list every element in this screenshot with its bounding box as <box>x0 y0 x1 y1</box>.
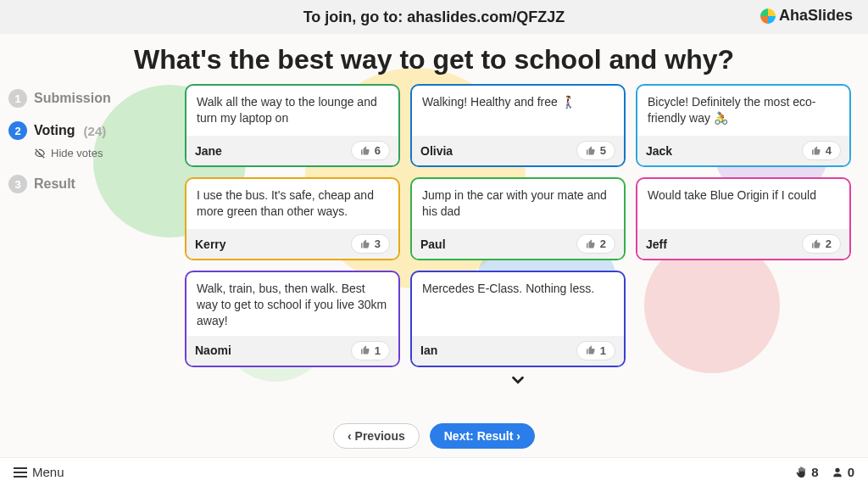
bottom-bar: Menu 8 0 <box>0 457 868 486</box>
answer-footer: Jeff2 <box>637 229 849 259</box>
hide-votes-label: Hide votes <box>51 147 103 159</box>
answer-text: Walking! Healthy and free 🚶‍♀️ <box>412 86 624 136</box>
step-number: 1 <box>8 89 27 108</box>
answer-footer: Jane6 <box>186 136 398 165</box>
answer-author: Jack <box>646 144 672 158</box>
vote-button[interactable]: 2 <box>576 234 615 254</box>
menu-label: Menu <box>32 465 64 479</box>
hide-votes-toggle[interactable]: Hide votes <box>34 147 178 159</box>
show-more-button[interactable] <box>185 371 851 394</box>
answer-text: Walk all the way to the lounge and turn … <box>186 86 398 136</box>
step-label: Voting <box>34 123 75 138</box>
answer-footer: Ian1 <box>412 336 624 366</box>
answer-text: Jump in the car with your mate and his d… <box>412 179 624 229</box>
brand-name: AhaSlides <box>779 7 853 25</box>
vote-count: 3 <box>375 237 381 250</box>
eye-off-icon <box>34 148 46 159</box>
vote-button[interactable]: 3 <box>351 234 390 254</box>
step-nav: ‹ Previous Next: Result › <box>0 416 868 457</box>
participants-count: 0 <box>848 465 854 479</box>
answer-card[interactable]: Walking! Healthy and free 🚶‍♀️Olivia5 <box>410 84 626 167</box>
vote-count: 6 <box>375 144 381 157</box>
answer-footer: Kerry3 <box>186 229 398 259</box>
thumbs-up-icon <box>586 146 596 156</box>
brand-icon <box>760 8 776 24</box>
thumbs-up-icon <box>811 146 821 156</box>
next-button[interactable]: Next: Result › <box>430 423 535 449</box>
vote-button[interactable]: 1 <box>351 341 390 360</box>
thumbs-up-icon <box>586 345 596 355</box>
answer-text: Would take Blue Origin if I could <box>637 179 849 229</box>
join-url: To join, go to: ahaslides.com/QFZJZ <box>303 8 565 26</box>
answer-card[interactable]: Would take Blue Origin if I couldJeff2 <box>636 177 851 260</box>
footer-stats: 8 0 <box>794 465 854 479</box>
answer-author: Jane <box>195 144 222 158</box>
thumbs-up-icon <box>811 239 821 249</box>
answer-author: Paul <box>420 237 446 251</box>
step-number: 2 <box>8 121 27 140</box>
vote-count: 2 <box>826 237 832 250</box>
answer-card[interactable]: Walk, train, bus, then walk. Best way to… <box>185 271 400 367</box>
answer-text: Bicycle! Definitely the most eco-friendl… <box>637 86 849 136</box>
answer-author: Naomi <box>195 344 231 357</box>
vote-count: 1 <box>375 344 381 357</box>
thumbs-up-icon <box>360 239 370 249</box>
chevron-down-icon <box>509 371 527 389</box>
answer-footer: Naomi1 <box>186 336 398 366</box>
step-label: Submission <box>34 91 111 106</box>
answer-author: Ian <box>420 344 437 357</box>
raised-hands-count: 8 <box>811 465 818 479</box>
vote-count: (24) <box>84 124 107 138</box>
answer-card[interactable]: Walk all the way to the lounge and turn … <box>185 84 400 167</box>
previous-button[interactable]: ‹ Previous <box>333 423 420 449</box>
vote-button[interactable]: 4 <box>802 141 841 160</box>
vote-count: 5 <box>600 144 606 157</box>
person-icon <box>831 466 844 479</box>
thumbs-up-icon <box>586 239 596 249</box>
answer-card[interactable]: Mercedes E-Class. Nothing less.Ian1 <box>410 271 626 367</box>
thumbs-up-icon <box>360 146 370 156</box>
thumbs-up-icon <box>360 345 370 355</box>
vote-button[interactable]: 5 <box>576 141 615 160</box>
step-list: 1 Submission 2 Voting (24) Hide votes 3 … <box>8 84 178 416</box>
hand-icon <box>794 466 808 479</box>
answer-card[interactable]: Bicycle! Definitely the most eco-friendl… <box>636 84 851 167</box>
answer-footer: Olivia5 <box>412 136 624 165</box>
step-voting[interactable]: 2 Voting (24) <box>8 121 178 140</box>
answer-author: Olivia <box>420 144 453 158</box>
answer-footer: Paul2 <box>412 229 624 259</box>
step-submission[interactable]: 1 Submission <box>8 89 178 108</box>
vote-count: 1 <box>600 344 606 357</box>
answer-text: Walk, train, bus, then walk. Best way to… <box>186 272 398 336</box>
vote-count: 2 <box>600 237 606 250</box>
top-bar: To join, go to: ahaslides.com/QFZJZ AhaS… <box>0 0 868 34</box>
step-number: 3 <box>8 175 27 193</box>
hamburger-icon <box>14 467 27 478</box>
answer-text: Mercedes E-Class. Nothing less. <box>412 272 624 336</box>
answer-author: Jeff <box>646 237 667 251</box>
participants-stat: 0 <box>831 465 854 479</box>
answer-text: I use the bus. It's safe, cheap and more… <box>186 179 398 229</box>
answer-author: Kerry <box>195 237 226 251</box>
answer-footer: Jack4 <box>637 136 849 165</box>
vote-button[interactable]: 1 <box>576 341 615 360</box>
answer-card[interactable]: I use the bus. It's safe, cheap and more… <box>185 177 400 260</box>
menu-button[interactable]: Menu <box>14 465 64 479</box>
step-label: Result <box>34 176 75 192</box>
step-result[interactable]: 3 Result <box>8 175 178 193</box>
vote-count: 4 <box>826 144 832 157</box>
raised-hands-stat: 8 <box>794 465 818 479</box>
answer-card[interactable]: Jump in the car with your mate and his d… <box>410 177 626 260</box>
answer-grid: Walk all the way to the lounge and turn … <box>185 84 851 367</box>
question-title: What's the best way to get to school and… <box>0 44 868 75</box>
brand-logo: AhaSlides <box>760 7 853 25</box>
vote-button[interactable]: 6 <box>351 141 390 160</box>
vote-button[interactable]: 2 <box>802 234 841 254</box>
